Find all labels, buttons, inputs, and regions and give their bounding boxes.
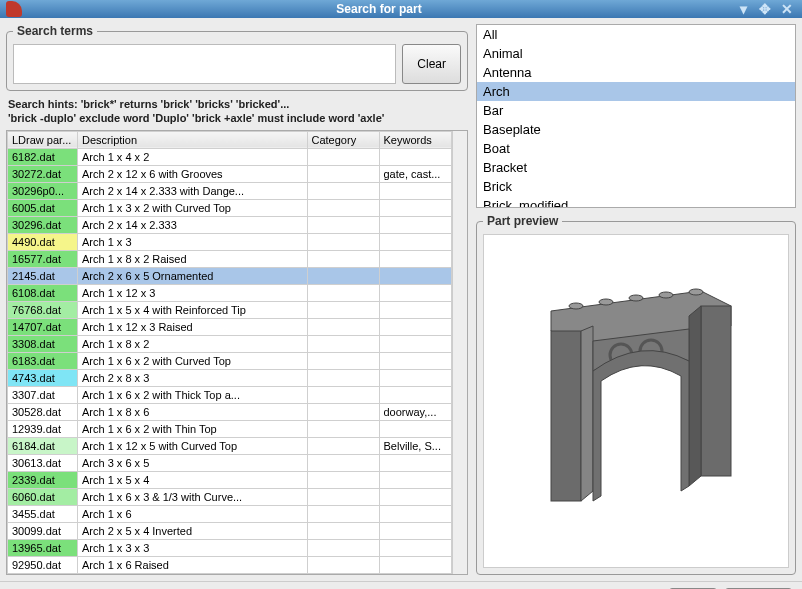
svg-point-11	[689, 289, 703, 295]
close-icon[interactable]: ✕	[778, 0, 796, 18]
preview-fieldset: Part preview	[476, 214, 796, 575]
cell: Arch 1 x 6 x 2 with Thin Top	[78, 420, 308, 437]
table-row[interactable]: 6108.datArch 1 x 12 x 3	[8, 284, 452, 301]
category-item[interactable]: Animal	[477, 44, 795, 63]
category-list[interactable]: AllAnimalAntennaArchBarBaseplateBoatBrac…	[476, 24, 796, 208]
category-item[interactable]: Brick, modified	[477, 196, 795, 208]
column-header[interactable]: Keywords	[379, 131, 451, 148]
table-row[interactable]: 4743.datArch 2 x 8 x 3	[8, 369, 452, 386]
table-row[interactable]: 4490.datArch 1 x 3	[8, 233, 452, 250]
svg-point-8	[599, 299, 613, 305]
table-row[interactable]: 92950.datArch 1 x 6 Raised	[8, 556, 452, 573]
category-item[interactable]: All	[477, 25, 795, 44]
cell: 6005.dat	[8, 199, 78, 216]
results-table-wrap[interactable]: LDraw par...DescriptionCategoryKeywords …	[6, 130, 468, 575]
cell: 13965.dat	[8, 539, 78, 556]
cell	[307, 471, 379, 488]
cell	[307, 522, 379, 539]
category-item[interactable]: Brick	[477, 177, 795, 196]
svg-marker-2	[581, 326, 593, 501]
minimize-icon[interactable]: ▾	[734, 0, 752, 18]
table-row[interactable]: 30272.datArch 2 x 12 x 6 with Groovesgat…	[8, 165, 452, 182]
cell: 6184.dat	[8, 437, 78, 454]
cell	[307, 386, 379, 403]
cell: Arch 1 x 8 x 6	[78, 403, 308, 420]
cell: 76768.dat	[8, 301, 78, 318]
column-header[interactable]: Category	[307, 131, 379, 148]
cell: Belville, S...	[379, 437, 451, 454]
cell: Arch 2 x 6 x 5 Ornamented	[78, 267, 308, 284]
cell: Arch 1 x 4 x 2	[78, 148, 308, 165]
cell: gate, cast...	[379, 165, 451, 182]
search-hints: Search hints: 'brick*' returns 'brick' '…	[8, 97, 466, 126]
svg-point-7	[569, 303, 583, 309]
app-icon	[6, 1, 22, 17]
window-title: Search for part	[28, 2, 730, 16]
cell	[379, 556, 451, 573]
cell: Arch 2 x 5 x 4 Inverted	[78, 522, 308, 539]
category-item[interactable]: Bracket	[477, 158, 795, 177]
table-row[interactable]: 6060.datArch 1 x 6 x 3 & 1/3 with Curve.…	[8, 488, 452, 505]
cell: 3308.dat	[8, 335, 78, 352]
category-item[interactable]: Bar	[477, 101, 795, 120]
cell: 4490.dat	[8, 233, 78, 250]
table-row[interactable]: 6182.datArch 1 x 4 x 2	[8, 148, 452, 165]
maximize-icon[interactable]: ✥	[756, 0, 774, 18]
results-table: LDraw par...DescriptionCategoryKeywords …	[7, 131, 452, 574]
cell: 6183.dat	[8, 352, 78, 369]
cell	[307, 301, 379, 318]
table-row[interactable]: 2339.datArch 1 x 5 x 4	[8, 471, 452, 488]
table-row[interactable]: 30099.datArch 2 x 5 x 4 Inverted	[8, 522, 452, 539]
clear-button[interactable]: Clear	[402, 44, 461, 84]
table-row[interactable]: 30613.datArch 3 x 6 x 5	[8, 454, 452, 471]
cell	[379, 216, 451, 233]
cell	[307, 165, 379, 182]
table-row[interactable]: 30296.datArch 2 x 14 x 2.333	[8, 216, 452, 233]
table-row[interactable]: 3455.datArch 1 x 6	[8, 505, 452, 522]
table-row[interactable]: 6005.datArch 1 x 3 x 2 with Curved Top	[8, 199, 452, 216]
search-input[interactable]	[13, 44, 396, 84]
column-header[interactable]: Description	[78, 131, 308, 148]
category-item[interactable]: Arch	[477, 82, 795, 101]
table-row[interactable]: 30528.datArch 1 x 8 x 6doorway,...	[8, 403, 452, 420]
table-row[interactable]: 12939.datArch 1 x 6 x 2 with Thin Top	[8, 420, 452, 437]
cell: Arch 1 x 5 x 4	[78, 471, 308, 488]
table-row[interactable]: 3308.datArch 1 x 8 x 2	[8, 335, 452, 352]
table-row[interactable]: 6184.datArch 1 x 12 x 5 with Curved TopB…	[8, 437, 452, 454]
cell: Arch 1 x 8 x 2 Raised	[78, 250, 308, 267]
cell	[379, 369, 451, 386]
table-row[interactable]: 14707.datArch 1 x 12 x 3 Raised	[8, 318, 452, 335]
cell	[379, 267, 451, 284]
cell: Arch 1 x 6 x 3 & 1/3 with Curve...	[78, 488, 308, 505]
table-row[interactable]: 16577.datArch 1 x 8 x 2 Raised	[8, 250, 452, 267]
table-row[interactable]: 76768.datArch 1 x 5 x 4 with Reinforced …	[8, 301, 452, 318]
cell: 30296.dat	[8, 216, 78, 233]
cell: Arch 1 x 6 Raised	[78, 556, 308, 573]
svg-rect-3	[701, 306, 731, 476]
cell: Arch 2 x 12 x 6 with Grooves	[78, 165, 308, 182]
cell: 30099.dat	[8, 522, 78, 539]
cell: 2339.dat	[8, 471, 78, 488]
table-row[interactable]: 6183.datArch 1 x 6 x 2 with Curved Top	[8, 352, 452, 369]
table-row[interactable]: 3307.datArch 1 x 6 x 2 with Thick Top a.…	[8, 386, 452, 403]
cell: 14707.dat	[8, 318, 78, 335]
cell	[307, 318, 379, 335]
part-preview-icon	[531, 281, 741, 521]
table-row[interactable]: 13965.datArch 1 x 3 x 3	[8, 539, 452, 556]
cell: 30613.dat	[8, 454, 78, 471]
cell	[307, 539, 379, 556]
category-item[interactable]: Boat	[477, 139, 795, 158]
table-row[interactable]: 30296p0...Arch 2 x 14 x 2.333 with Dange…	[8, 182, 452, 199]
cell: Arch 1 x 12 x 5 with Curved Top	[78, 437, 308, 454]
cell: Arch 1 x 3	[78, 233, 308, 250]
cell: Arch 2 x 14 x 2.333	[78, 216, 308, 233]
column-header[interactable]: LDraw par...	[8, 131, 78, 148]
category-item[interactable]: Baseplate	[477, 120, 795, 139]
table-scrollbar[interactable]	[452, 131, 468, 574]
hint-line-2: 'brick -duplo' exclude word 'Duplo' 'bri…	[8, 111, 466, 125]
cell: Arch 1 x 8 x 2	[78, 335, 308, 352]
table-row[interactable]: 2145.datArch 2 x 6 x 5 Ornamented	[8, 267, 452, 284]
cell	[379, 182, 451, 199]
cell: Arch 1 x 12 x 3 Raised	[78, 318, 308, 335]
category-item[interactable]: Antenna	[477, 63, 795, 82]
